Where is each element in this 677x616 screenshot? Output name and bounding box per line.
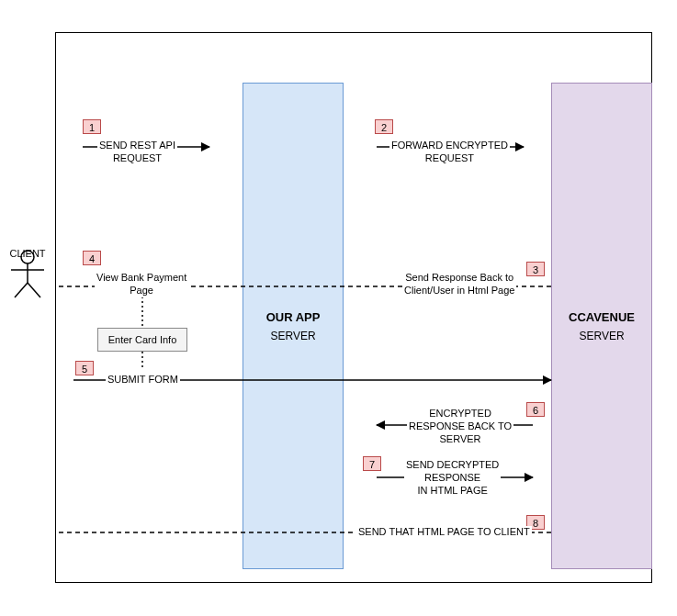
step-8-label: SEND THAT HTML PAGE TO CLIENT: [356, 526, 532, 539]
step-7-tag: 7: [363, 456, 381, 471]
step-5-label: SUBMIT FORM: [106, 374, 180, 386]
step-3-tag: 3: [526, 262, 545, 276]
step-7-label: SEND DECRYPTED RESPONSE IN HTML PAGE: [404, 459, 501, 497]
enter-card-info-box: Enter Card Info: [97, 328, 187, 352]
step-2-tag: 2: [375, 119, 393, 134]
step-4-label: View Bank Payment Page: [95, 272, 188, 297]
step-5-tag: 5: [75, 361, 94, 375]
step-6-tag: 6: [526, 402, 545, 417]
step-2-label: FORWARD ENCRYPTED REQUEST: [389, 140, 510, 165]
step-3-label: Send Response Back to Client/User in Htm…: [402, 272, 516, 297]
arrows-layer: [0, 0, 677, 616]
step-1-tag: 1: [83, 119, 101, 134]
diagram-canvas: CLIENT OUR APP SERVER CCAVENUE SERVER: [0, 0, 677, 616]
step-6-label: ENCRYPTED RESPONSE BACK TO SERVER: [407, 408, 513, 445]
enter-card-info-label: Enter Card Info: [108, 334, 177, 345]
step-4-tag: 4: [83, 251, 101, 265]
step-1-label: SEND REST API REQUEST: [97, 140, 177, 165]
